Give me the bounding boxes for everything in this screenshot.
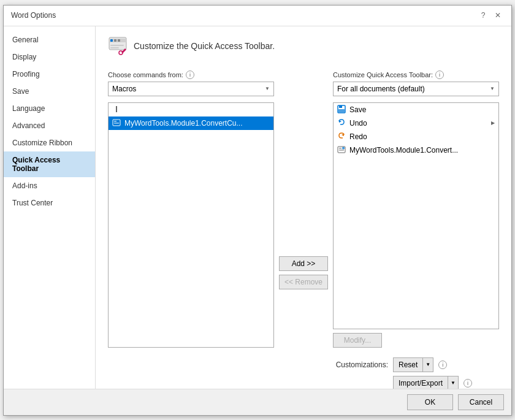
commands-listbox[interactable]: MyWordTools.Module1.ConvertCu... xyxy=(108,102,274,348)
word-options-dialog: Word Options ? ✕ GeneralDisplayProofingS… xyxy=(3,5,512,416)
redo-icon xyxy=(337,132,347,142)
svg-rect-10 xyxy=(114,121,116,122)
list-item-label: Save xyxy=(349,105,495,114)
macro-icon xyxy=(112,118,122,128)
middle-buttons: Add >> << Remove xyxy=(274,71,333,389)
right-column: Customize Quick Access Toolbar: i For al… xyxy=(333,71,499,389)
list-item-label: MyWordTools.Module1.Convert... xyxy=(349,146,495,155)
title-bar: Word Options ? ✕ xyxy=(4,6,511,26)
left-column: Choose commands from: i Macros ▼ MyWordT… xyxy=(108,71,274,389)
macro-icon xyxy=(337,145,347,155)
ok-button[interactable]: OK xyxy=(407,394,453,410)
title-bar-buttons: ? ✕ xyxy=(477,9,504,21)
svg-rect-15 xyxy=(338,109,345,112)
svg-rect-5 xyxy=(110,45,124,46)
remove-button[interactable]: << Remove xyxy=(279,275,328,289)
right-list-item[interactable]: MyWordTools.Module1.Convert... xyxy=(334,143,498,157)
sidebar-item-customize-ribbon[interactable]: Customize Ribbon xyxy=(4,134,95,151)
toolbar-info-icon[interactable]: i xyxy=(435,71,444,79)
svg-rect-19 xyxy=(339,148,341,149)
svg-rect-14 xyxy=(339,105,342,108)
list-item-label: Redo xyxy=(349,132,495,141)
svg-rect-6 xyxy=(110,47,119,48)
quick-access-toolbar-icon xyxy=(108,36,128,56)
right-col-inner: Customize Quick Access Toolbar: i For al… xyxy=(333,71,499,389)
list-item-label: MyWordTools.Module1.ConvertCu... xyxy=(124,119,270,128)
sidebar-item-display[interactable]: Display xyxy=(4,48,95,66)
import-export-label: Import/Export xyxy=(394,376,448,389)
toolbar-customize-label: Customize Quick Access Toolbar: i xyxy=(333,71,499,79)
toolbar-dropdown[interactable]: For all documents (default) ▼ xyxy=(333,82,499,96)
reset-info-icon[interactable]: i xyxy=(438,361,447,369)
svg-point-21 xyxy=(342,147,345,149)
undo-expand-arrow: ▶ xyxy=(491,120,495,126)
svg-rect-3 xyxy=(114,39,116,42)
dialog-content: GeneralDisplayProofingSaveLanguageAdvanc… xyxy=(4,26,511,389)
customizations-row: Customizations: Reset ▼ i xyxy=(333,357,499,372)
import-export-row: Import/Export ▼ i xyxy=(393,376,499,389)
customizations-label: Customizations: xyxy=(333,361,388,369)
toolbar-dropdown-arrow: ▼ xyxy=(490,86,495,91)
sidebar-item-save[interactable]: Save xyxy=(4,83,95,100)
import-export-info-icon[interactable]: i xyxy=(464,379,472,388)
right-list-item[interactable]: Save xyxy=(334,103,498,116)
right-list-item[interactable]: Undo ▶ xyxy=(334,116,498,130)
sidebar: GeneralDisplayProofingSaveLanguageAdvanc… xyxy=(4,26,96,389)
modify-button[interactable]: Modify... xyxy=(333,333,382,348)
cancel-button[interactable]: Cancel xyxy=(458,394,504,410)
main-title: Customize the Quick Access Toolbar. xyxy=(134,41,275,51)
svg-marker-17 xyxy=(341,134,344,136)
svg-point-12 xyxy=(117,120,120,122)
sidebar-item-language[interactable]: Language xyxy=(4,100,95,117)
commands-dropdown[interactable]: Macros ▼ xyxy=(108,82,274,96)
svg-rect-4 xyxy=(118,39,120,42)
reset-split-button[interactable]: Reset ▼ xyxy=(393,357,433,372)
sidebar-item-quick-access-toolbar[interactable]: Quick Access Toolbar xyxy=(4,151,95,177)
sidebar-item-advanced[interactable]: Advanced xyxy=(4,117,95,134)
svg-rect-2 xyxy=(110,39,113,42)
sidebar-item-proofing[interactable]: Proofing xyxy=(4,66,95,83)
dialog-title: Word Options xyxy=(11,11,56,20)
import-export-arrow[interactable]: ▼ xyxy=(448,376,458,389)
import-export-split-button[interactable]: Import/Export ▼ xyxy=(393,376,459,389)
sidebar-item-trust-center[interactable]: Trust Center xyxy=(4,194,95,212)
sidebar-item-general[interactable]: General xyxy=(4,31,95,48)
commands-dropdown-arrow: ▼ xyxy=(265,86,270,91)
main-header: Customize the Quick Access Toolbar. xyxy=(108,36,499,61)
sidebar-item-add-ins[interactable]: Add-ins xyxy=(4,177,95,194)
svg-marker-16 xyxy=(339,120,341,123)
main-panel: Customize the Quick Access Toolbar. Choo… xyxy=(96,26,511,389)
svg-rect-11 xyxy=(114,123,119,124)
left-list-item[interactable]: MyWordTools.Module1.ConvertCu... xyxy=(109,116,273,130)
save-icon xyxy=(337,105,347,115)
reset-dropdown-arrow[interactable]: ▼ xyxy=(423,358,433,372)
svg-rect-20 xyxy=(339,150,344,151)
reset-button-label: Reset xyxy=(394,358,423,372)
list-item-label: Undo xyxy=(349,119,489,128)
add-button[interactable]: Add >> xyxy=(279,256,328,271)
left-list-item[interactable] xyxy=(109,103,273,116)
close-button[interactable]: ✕ xyxy=(492,9,504,21)
separator-icon xyxy=(112,105,122,115)
toolbar-listbox[interactable]: Save Undo ▶ Redo MyWordTools.Module1.Con… xyxy=(333,102,499,329)
help-button[interactable]: ? xyxy=(477,9,489,21)
right-list-item[interactable]: Redo xyxy=(334,130,498,143)
dialog-footer: OK Cancel xyxy=(4,389,511,415)
commands-info-icon[interactable]: i xyxy=(186,71,194,79)
undo-icon xyxy=(337,118,347,128)
commands-label: Choose commands from: i xyxy=(108,71,274,79)
